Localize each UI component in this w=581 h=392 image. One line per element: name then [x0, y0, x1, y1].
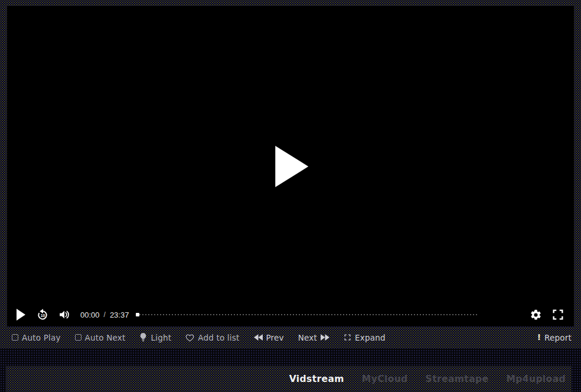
fullscreen-button[interactable]: [551, 308, 564, 321]
expand-label: Expand: [355, 333, 386, 342]
progress-track: [139, 314, 478, 315]
report-label: Report: [544, 333, 572, 342]
heart-icon: [185, 334, 194, 342]
time-duration: 23:37: [110, 311, 129, 319]
light-toggle[interactable]: Light: [139, 333, 171, 342]
play-icon: [17, 309, 25, 321]
prev-label: Prev: [266, 333, 284, 342]
report-button[interactable]: ! Report: [537, 333, 572, 342]
progress-bar[interactable]: [136, 312, 519, 318]
time-separator: /: [104, 311, 106, 319]
big-play-button[interactable]: [275, 146, 308, 187]
server-tab-mycloud[interactable]: MyCloud: [362, 374, 408, 384]
next-episode-button[interactable]: Next: [298, 333, 329, 342]
gear-icon: [530, 309, 542, 321]
rewind-10-button[interactable]: 10: [36, 308, 50, 322]
prev-double-arrow-icon: [254, 334, 263, 341]
expand-icon: [344, 334, 351, 341]
fullscreen-icon: [551, 308, 564, 321]
volume-icon: [58, 308, 71, 321]
server-selector-row: Vidstream MyCloud Streamtape Mp4upload: [6, 366, 572, 392]
auto-next-checkbox-icon: [75, 334, 81, 341]
next-label: Next: [298, 333, 317, 342]
time-display: 00:00 / 23:37: [80, 311, 129, 319]
expand-button[interactable]: Expand: [344, 333, 386, 342]
prev-episode-button[interactable]: Prev: [254, 333, 284, 342]
settings-button[interactable]: [530, 309, 542, 321]
player-controls-bar: 10 00:00 / 23:37: [7, 304, 574, 326]
player-toolbar: Auto Play Auto Next Light Add to list: [7, 326, 574, 348]
next-double-arrow-icon: [321, 334, 329, 341]
video-surface[interactable]: 10 00:00 / 23:37: [7, 6, 574, 326]
server-tab-mp4upload[interactable]: Mp4upload: [506, 374, 566, 384]
add-to-list-label: Add to list: [198, 333, 239, 342]
light-label: Light: [151, 333, 171, 342]
report-exclamation-icon: !: [537, 332, 541, 342]
rewind-10-icon: 10: [36, 308, 50, 322]
time-current: 00:00: [80, 311, 100, 319]
auto-next-label: Auto Next: [85, 333, 126, 342]
play-button[interactable]: [17, 309, 36, 321]
player-section: 10 00:00 / 23:37: [0, 0, 581, 348]
volume-button[interactable]: [58, 308, 71, 321]
server-tab-streamtape[interactable]: Streamtape: [426, 374, 489, 384]
section-gap: [0, 348, 581, 366]
lightbulb-icon: [139, 333, 147, 342]
auto-play-checkbox-icon: [12, 334, 18, 341]
svg-text:10: 10: [41, 313, 45, 318]
add-to-list-button[interactable]: Add to list: [185, 333, 239, 342]
auto-play-toggle[interactable]: Auto Play: [12, 333, 61, 342]
auto-next-toggle[interactable]: Auto Next: [75, 333, 126, 342]
auto-play-label: Auto Play: [22, 333, 61, 342]
server-tab-vidstream[interactable]: Vidstream: [289, 374, 344, 384]
